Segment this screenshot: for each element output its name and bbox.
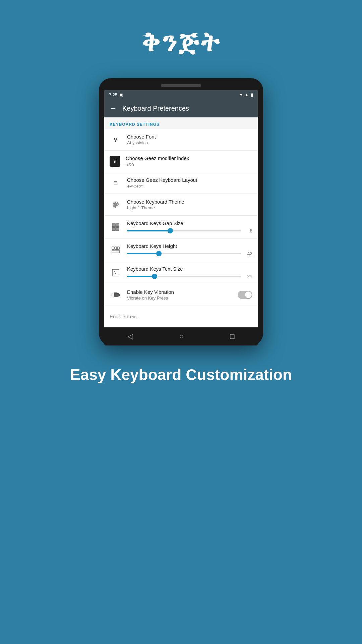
vibration-icon bbox=[110, 289, 122, 301]
toolbar: ← Keyboard Preferences bbox=[104, 99, 258, 117]
text-size-slider-track[interactable] bbox=[127, 276, 241, 277]
settings-list: ሃ Choose Font Abyssinica ፀ Choose Geez m… bbox=[104, 129, 258, 327]
choose-font-subtitle: Abyssinica bbox=[127, 140, 252, 145]
choose-font-title: Choose Font bbox=[127, 134, 252, 140]
keys-height-value: 42 bbox=[244, 251, 252, 256]
signal-icon: ▲ bbox=[244, 92, 249, 97]
gap-size-slider-track[interactable] bbox=[127, 230, 241, 231]
text-size-slider-thumb[interactable] bbox=[152, 274, 157, 279]
gap-size-icon bbox=[110, 221, 122, 233]
keys-height-slider-track[interactable] bbox=[127, 253, 241, 254]
sim-icon: ▣ bbox=[119, 93, 123, 97]
status-right: ▾ ▲ ▮ bbox=[240, 92, 253, 97]
toolbar-title: Keyboard Preferences bbox=[122, 105, 189, 112]
nav-back-button[interactable]: ◁ bbox=[127, 332, 133, 341]
settings-item-text-size[interactable]: A Keyboard Keys Text Size 21 bbox=[104, 261, 258, 284]
text-size-slider-fill bbox=[127, 276, 155, 277]
settings-item-keyboard-theme[interactable]: Choose Keyboard Theme Light 1 Theme bbox=[104, 194, 258, 216]
settings-item-partial: Enable Key... bbox=[104, 306, 258, 327]
geez-modifier-content: Choose Geez modifier index ሳድስ bbox=[126, 155, 252, 167]
status-left: 7:25 ▣ bbox=[109, 92, 123, 97]
keys-height-slider-container[interactable]: 42 bbox=[127, 251, 252, 256]
svg-text:A: A bbox=[113, 271, 116, 275]
svg-rect-5 bbox=[115, 247, 117, 250]
gap-size-slider-thumb[interactable] bbox=[168, 228, 173, 233]
keyboard-theme-icon bbox=[110, 199, 122, 211]
vibration-subtitle: Vibrate on Key Press bbox=[127, 296, 238, 301]
settings-item-gap-size[interactable]: Keyboard Keys Gap Size 6 bbox=[104, 216, 258, 238]
text-size-icon: A bbox=[110, 267, 122, 279]
nav-home-button[interactable]: ○ bbox=[179, 332, 184, 341]
svg-rect-7 bbox=[112, 250, 119, 253]
nav-bar: ◁ ○ □ bbox=[104, 327, 258, 345]
text-size-title: Keyboard Keys Text Size bbox=[127, 266, 252, 272]
toggle-knob bbox=[245, 291, 252, 298]
keyboard-layout-title: Choose Geez Keyboard Layout bbox=[127, 177, 252, 183]
keys-height-icon bbox=[110, 244, 122, 256]
settings-item-choose-font[interactable]: ሃ Choose Font Abyssinica bbox=[104, 129, 258, 151]
text-size-slider-container[interactable]: 21 bbox=[127, 274, 252, 279]
phone-screen: 7:25 ▣ ▾ ▲ ▮ ← Keyboard Preferences KEYB… bbox=[104, 90, 258, 345]
back-button[interactable]: ← bbox=[110, 104, 117, 113]
phone-mockup: 7:25 ▣ ▾ ▲ ▮ ← Keyboard Preferences KEYB… bbox=[99, 78, 263, 345]
bottom-text: Easy Keyboard Customization bbox=[50, 366, 312, 384]
app-title: ቅንጅት bbox=[141, 27, 221, 58]
gap-size-content: Keyboard Keys Gap Size 6 bbox=[127, 220, 252, 233]
vibration-title: Enable Key Vibration bbox=[127, 289, 238, 295]
settings-item-keyboard-layout[interactable]: ≡ Choose Geez Keyboard Layout ቀወርተም bbox=[104, 172, 258, 194]
partial-title: Enable Key... bbox=[110, 314, 252, 319]
keyboard-theme-title: Choose Keyboard Theme bbox=[127, 199, 252, 205]
svg-rect-6 bbox=[117, 247, 119, 250]
settings-item-keys-height[interactable]: Keyboard Keys Height 42 bbox=[104, 238, 258, 261]
svg-rect-4 bbox=[112, 247, 114, 250]
keys-height-slider-fill bbox=[127, 253, 159, 254]
settings-item-geez-modifier[interactable]: ፀ Choose Geez modifier index ሳድስ bbox=[104, 151, 258, 172]
vibration-toggle[interactable] bbox=[238, 291, 252, 299]
nav-recents-button[interactable]: □ bbox=[230, 332, 235, 341]
keyboard-theme-subtitle: Light 1 Theme bbox=[127, 205, 252, 210]
gap-size-title: Keyboard Keys Gap Size bbox=[127, 220, 252, 226]
wifi-icon: ▾ bbox=[240, 92, 242, 97]
phone-notch bbox=[161, 84, 201, 87]
partial-content: Enable Key... bbox=[110, 314, 252, 320]
choose-font-icon: ሃ bbox=[110, 133, 122, 146]
keyboard-layout-icon: ≡ bbox=[110, 177, 122, 189]
vibration-content: Enable Key Vibration Vibrate on Key Pres… bbox=[127, 289, 238, 301]
choose-font-content: Choose Font Abyssinica bbox=[127, 134, 252, 145]
text-size-content: Keyboard Keys Text Size 21 bbox=[127, 266, 252, 279]
geez-modifier-subtitle: ሳድስ bbox=[126, 162, 252, 167]
geez-modifier-title: Choose Geez modifier index bbox=[126, 155, 252, 161]
keys-height-content: Keyboard Keys Height 42 bbox=[127, 243, 252, 256]
keyboard-layout-subtitle: ቀወርተም bbox=[127, 183, 252, 189]
geez-modifier-icon: ፀ bbox=[110, 156, 120, 167]
gap-size-slider-container[interactable]: 6 bbox=[127, 228, 252, 233]
keys-height-slider-thumb[interactable] bbox=[156, 251, 162, 256]
battery-icon: ▮ bbox=[251, 92, 253, 97]
status-bar: 7:25 ▣ ▾ ▲ ▮ bbox=[104, 90, 258, 99]
keys-height-title: Keyboard Keys Height bbox=[127, 243, 252, 249]
text-size-value: 21 bbox=[244, 274, 252, 279]
settings-item-vibration[interactable]: Enable Key Vibration Vibrate on Key Pres… bbox=[104, 284, 258, 306]
gap-size-slider-fill bbox=[127, 230, 170, 231]
gap-size-value: 6 bbox=[244, 228, 252, 233]
section-label: KEYBOARD SETTINGS bbox=[104, 117, 258, 129]
status-time: 7:25 bbox=[109, 92, 117, 97]
keyboard-theme-content: Choose Keyboard Theme Light 1 Theme bbox=[127, 199, 252, 210]
keyboard-layout-content: Choose Geez Keyboard Layout ቀወርተም bbox=[127, 177, 252, 189]
